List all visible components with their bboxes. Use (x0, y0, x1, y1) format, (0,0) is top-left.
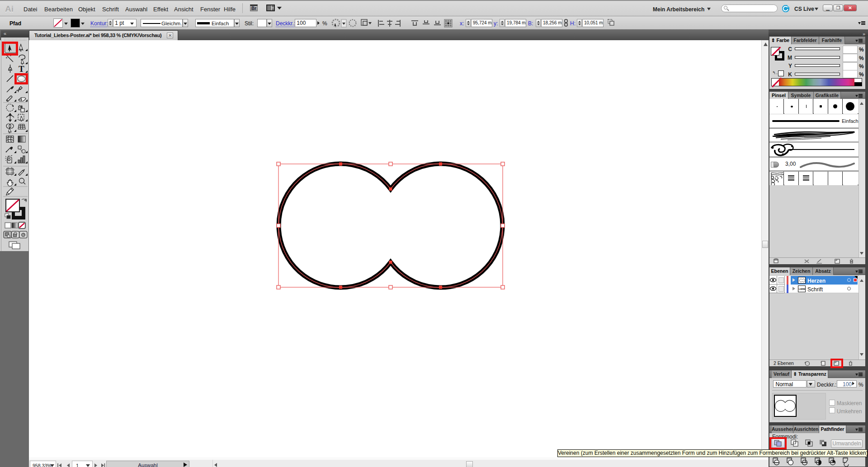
svg-text:T: T (19, 64, 24, 74)
